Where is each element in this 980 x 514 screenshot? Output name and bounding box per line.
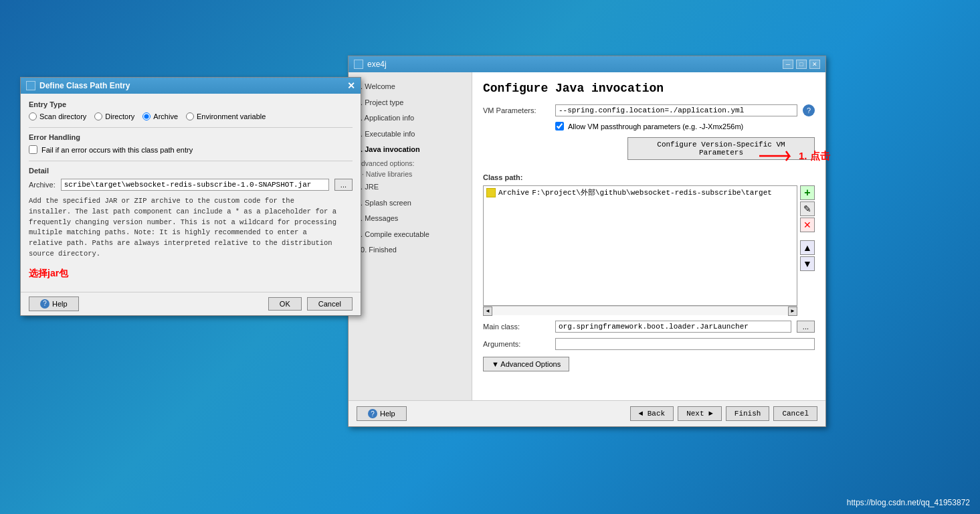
sidebar-item-compile[interactable]: 9. Compile executable	[349, 227, 472, 243]
vm-params-row: VM Parameters: ?	[483, 104, 815, 116]
entry-type-text: Archive	[498, 189, 529, 197]
classpath-remove-btn[interactable]: ✕	[800, 218, 815, 232]
exe4j-minimize-btn[interactable]: ─	[783, 60, 793, 69]
classpath-title: Define Class Path Entry	[39, 81, 130, 90]
classpath-close-btn[interactable]: ✕	[347, 81, 355, 90]
archive-label: Archive:	[29, 181, 56, 189]
classpath-help-btn[interactable]: ? Help	[29, 296, 79, 311]
classpath-footer-left: ? Help	[29, 296, 79, 311]
main-class-browse-btn[interactable]: ...	[797, 321, 815, 333]
classpath-titlebar-left: Define Class Path Entry	[26, 81, 130, 90]
classpath-dialog: Define Class Path Entry ✕ Entry Type Sca…	[20, 77, 361, 316]
radio-archive-input[interactable]	[142, 112, 151, 120]
main-class-input[interactable]	[555, 321, 791, 333]
radio-scan-input[interactable]	[29, 112, 37, 120]
radio-directory[interactable]: Directory	[94, 112, 134, 120]
entry-type-label: Entry Type	[29, 100, 353, 108]
error-checkbox-input[interactable]	[29, 145, 37, 154]
panel-title: Configure Java invocation	[483, 82, 815, 95]
classpath-cancel-btn[interactable]: Cancel	[307, 297, 353, 311]
exe4j-titlebar-left: exe4j	[354, 60, 387, 69]
exe4j-titlebar: exe4j ─ □ ✕	[349, 56, 825, 72]
exe4j-back-btn[interactable]: ◄ Back	[630, 406, 674, 421]
passthrough-label: Allow VM passthrough parameters (e.g. -J…	[568, 122, 743, 131]
exe4j-sidebar: 1. Welcome 2. Project type 3. Applicatio…	[349, 72, 472, 400]
exe4j-finish-btn[interactable]: Finish	[726, 406, 770, 421]
exe4j-footer-right: ◄ Back Next ► Finish Cancel	[630, 406, 817, 421]
radio-env-label: Environment variable	[197, 112, 266, 120]
error-handling-label: Error Handling	[29, 133, 353, 141]
hscroll-left-btn[interactable]: ◄	[483, 307, 492, 316]
url-bar: https://blog.csdn.net/qq_41953872	[847, 498, 970, 507]
sidebar-item-java-invocation[interactable]: 5. Java invocation	[349, 142, 472, 158]
classpath-add-btn[interactable]: +	[800, 185, 815, 200]
sidebar-item-exe-info[interactable]: 4. Executable info	[349, 126, 472, 143]
classpath-footer-right: OK Cancel	[268, 297, 353, 311]
radio-scan-dir[interactable]: Scan directory	[29, 112, 86, 120]
jar-annotation: 选择jar包	[29, 268, 353, 280]
entry-type-radio-group: Scan directory Directory Archive Environ…	[29, 112, 353, 120]
main-class-row: Main class: ...	[483, 321, 815, 333]
exe4j-main-panel: Configure Java invocation VM Parameters:…	[472, 72, 825, 400]
classpath-section-label: Class path:	[483, 173, 815, 181]
desktop: https://blog.csdn.net/qq_41953872 Define…	[0, 0, 980, 514]
exe4j-cancel-btn[interactable]: Cancel	[773, 406, 817, 421]
sidebar-item-splash[interactable]: 7. Splash screen	[349, 195, 472, 211]
classpath-action-buttons: + ✎ ✕ ▲ ▼	[800, 185, 815, 315]
classpath-container: Archive F:\project\外部\github\websocket-r…	[483, 185, 815, 315]
entry-archive-icon	[486, 188, 496, 197]
sidebar-item-jre[interactable]: 6. JRE	[349, 179, 472, 195]
classpath-titlebar-icon	[26, 81, 35, 90]
classpath-list-container: Archive F:\project\外部\github\websocket-r…	[483, 185, 797, 315]
vm-params-label: VM Parameters:	[483, 106, 550, 114]
classpath-up-btn[interactable]: ▲	[800, 240, 815, 255]
main-class-label: Main class:	[483, 323, 550, 331]
exe4j-titlebar-icon	[354, 60, 363, 69]
classpath-ok-btn[interactable]: OK	[268, 297, 302, 311]
advanced-options-btn[interactable]: ▼ Advanced Options	[483, 357, 569, 371]
sidebar-native-libs[interactable]: · Native libraries	[349, 169, 472, 179]
archive-browse-btn[interactable]: ...	[334, 179, 353, 191]
hscroll-track[interactable]	[492, 307, 788, 315]
divider1	[29, 127, 353, 128]
classpath-body: Entry Type Scan directory Directory Arch…	[21, 94, 361, 292]
radio-archive[interactable]: Archive	[142, 112, 178, 120]
exe4j-content: 1. Welcome 2. Project type 3. Applicatio…	[349, 72, 825, 400]
vm-help-btn[interactable]: ?	[803, 104, 815, 116]
classpath-hscroll: ◄ ►	[483, 306, 797, 315]
exe4j-footer: ? Help ◄ Back Next ► Finish Cancel	[349, 400, 825, 426]
config-version-container: Configure Version-Specific VM Parameters	[555, 137, 815, 167]
cp-btn-spacer	[800, 234, 815, 239]
exe4j-help-btn[interactable]: ? Help	[357, 406, 407, 421]
sidebar-item-finished[interactable]: 10. Finished	[349, 242, 472, 258]
sidebar-item-welcome[interactable]: 1. Welcome	[349, 79, 472, 95]
classpath-entry-0: Archive F:\project\外部\github\websocket-r…	[484, 186, 797, 199]
description-text: Add the specified JAR or ZIP archive to …	[29, 196, 353, 260]
classpath-list: Archive F:\project\外部\github\websocket-r…	[483, 185, 797, 306]
sidebar-item-app-info[interactable]: 3. Application info	[349, 110, 472, 126]
passthrough-checkbox[interactable]	[555, 122, 564, 131]
radio-archive-label: Archive	[153, 112, 178, 120]
error-checkbox[interactable]: Fail if an error occurs with this class …	[29, 145, 353, 154]
exe4j-close-btn[interactable]: ✕	[809, 60, 820, 69]
classpath-down-btn[interactable]: ▼	[800, 256, 815, 271]
vm-params-input[interactable]	[555, 104, 797, 116]
radio-dir-input[interactable]	[94, 112, 102, 120]
sidebar-advanced-options-label: Advanced options:	[349, 158, 472, 169]
classpath-footer: ? Help OK Cancel	[21, 292, 361, 315]
exe4j-maximize-btn[interactable]: □	[796, 60, 807, 69]
exe4j-title: exe4j	[367, 60, 387, 69]
radio-scan-label: Scan directory	[39, 112, 86, 120]
sidebar-item-messages[interactable]: 8. Messages	[349, 211, 472, 227]
radio-env-input[interactable]	[186, 112, 194, 120]
exe4j-next-btn[interactable]: Next ►	[678, 406, 722, 421]
classpath-edit-btn[interactable]: ✎	[800, 201, 815, 216]
config-version-btn[interactable]: Configure Version-Specific VM Parameters	[627, 137, 815, 160]
arguments-input[interactable]	[555, 338, 815, 350]
radio-env[interactable]: Environment variable	[186, 112, 266, 120]
passthrough-row: Allow VM passthrough parameters (e.g. -J…	[555, 122, 815, 131]
hscroll-right-btn[interactable]: ►	[788, 307, 797, 316]
exe4j-help-icon: ?	[368, 409, 377, 418]
archive-input[interactable]	[61, 179, 329, 191]
sidebar-item-project-type[interactable]: 2. Project type	[349, 95, 472, 111]
